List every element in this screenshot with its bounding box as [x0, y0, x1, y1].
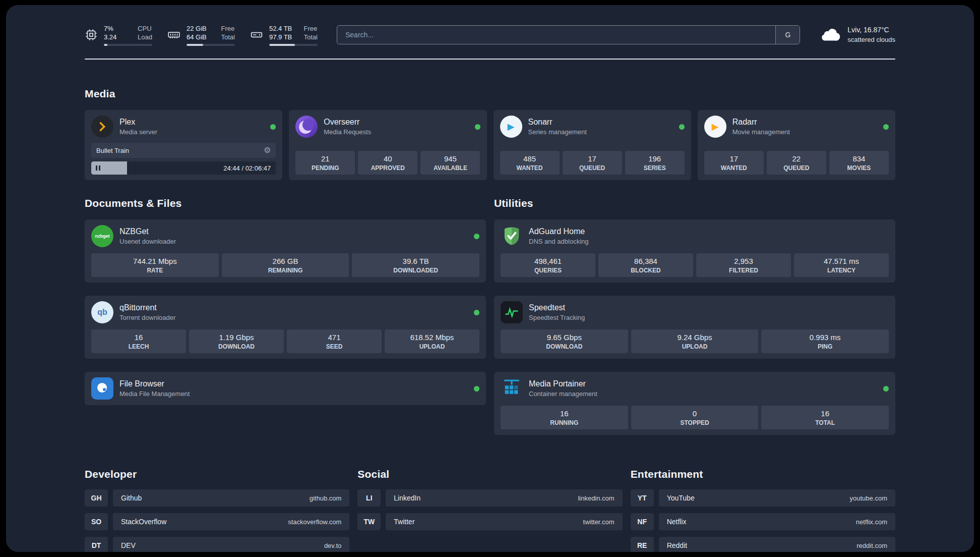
app-name: qBittorrent — [119, 303, 175, 312]
header-divider — [85, 59, 895, 60]
app-subtitle: Speedtest Tracking — [529, 314, 585, 321]
cpu-progress-bar — [104, 44, 152, 46]
disk-icon — [250, 28, 263, 41]
utilities-section: Utilities — [494, 197, 895, 435]
ram-total-value: 64 GiB — [187, 33, 207, 41]
bookmark-linkedin[interactable]: LI LinkedIn linkedin.com — [357, 489, 622, 507]
bookmark-name: Twitter — [394, 518, 414, 526]
ram-label-2: Total — [221, 33, 235, 41]
search-engine-button[interactable]: G — [775, 26, 800, 44]
stat-wanted: 485 WANTED — [500, 151, 560, 175]
disk-label-2: Total — [304, 33, 318, 41]
stat-running: 16 RUNNING — [501, 406, 628, 429]
stat-total: 16 TOTAL — [761, 406, 889, 429]
plex-card[interactable]: Plex Media server Bullet Train ⚙ 24:44 — [85, 110, 282, 180]
status-dot — [474, 310, 479, 315]
bookmark-url: dev.to — [324, 542, 341, 549]
bookmark-dev[interactable]: DT DEV dev.to — [85, 537, 349, 552]
ram-metric: 22 GiB 64 GiB Free Total — [167, 24, 235, 46]
documents-section: Documents & Files nzbget NZBGet Usenet d… — [85, 197, 486, 405]
app-name: Plex — [119, 118, 157, 127]
developer-section-title: Developer — [85, 468, 349, 480]
stat-leech: 16 LEECH — [91, 329, 186, 353]
portainer-card[interactable]: Media Portainer Container management 16 … — [494, 372, 895, 435]
app-subtitle: Media Requests — [324, 128, 371, 136]
app-subtitle: Movie management — [732, 128, 790, 136]
app-subtitle: Series management — [528, 128, 587, 136]
stat-latency: 47.571 ms LATENCY — [794, 253, 889, 277]
pause-icon[interactable] — [96, 165, 100, 171]
bookmark-url: reddit.com — [856, 542, 887, 549]
bookmark-name: StackOverflow — [121, 518, 166, 526]
stat-queries: 498,461 QUERIES — [501, 253, 595, 277]
utilities-section-title: Utilities — [494, 197, 895, 209]
playback-progress-fill — [91, 161, 127, 175]
adguard-card[interactable]: AdGuard Home DNS and adblocking 498,461 … — [494, 219, 895, 283]
app-name: Radarr — [732, 118, 790, 127]
stat-downloaded: 39.6 TB DOWNLOADED — [352, 253, 479, 277]
filebrowser-card[interactable]: File Browser Media File Management — [85, 372, 486, 405]
media-section: Media Plex Media server — [85, 88, 895, 180]
app-name: AdGuard Home — [529, 227, 589, 236]
ram-icon — [167, 28, 180, 41]
playback-progress-bar[interactable]: 24:44 / 02:06:47 — [91, 161, 276, 175]
weather-widget: Lviv, 16.87°C scattered clouds — [819, 25, 895, 44]
settings-gear-icon[interactable]: ⚙ — [264, 146, 271, 154]
app-name: Overseerr — [324, 118, 371, 127]
now-playing-bar: Bullet Train ⚙ — [91, 143, 276, 158]
bookmark-url: twitter.com — [583, 518, 615, 526]
bookmark-stackoverflow[interactable]: SO StackOverflow stackoverflow.com — [85, 513, 349, 530]
radarr-card[interactable]: ▶ Radarr Movie management 17 WANTED — [698, 110, 895, 180]
app-subtitle: Media File Management — [119, 390, 190, 398]
bookmark-abbr: TW — [357, 513, 381, 530]
bookmark-abbr: LI — [357, 489, 381, 507]
bookmark-abbr: YT — [631, 489, 654, 507]
weather-condition: scattered clouds — [847, 35, 895, 44]
stat-filtered: 2,953 FILTERED — [696, 253, 791, 277]
bookmark-reddit[interactable]: RE Reddit reddit.com — [631, 537, 895, 552]
bookmark-abbr: SO — [85, 513, 108, 530]
now-playing-title: Bullet Train — [96, 147, 129, 154]
stat-upload: 618.52 Mbps UPLOAD — [385, 329, 479, 353]
stat-stopped: 0 STOPPED — [631, 406, 759, 429]
bookmark-group-social: Social LI LinkedIn linkedin.com TW Twitt… — [357, 468, 622, 552]
app-name: Speedtest — [529, 303, 585, 312]
stat-queued: 22 QUEUED — [767, 151, 826, 175]
top-bar: 7% 3.24 CPU Load — [85, 23, 895, 46]
app-subtitle: DNS and adblocking — [529, 238, 589, 245]
overseerr-card[interactable]: Overseerr Media Requests 21 PENDING 40 A… — [289, 110, 486, 180]
nzbget-card[interactable]: nzbget NZBGet Usenet downloader 744.21 M… — [85, 219, 486, 283]
ram-free-value: 22 GiB — [187, 24, 207, 33]
entertainment-section-title: Entertainment — [631, 468, 895, 480]
stat-download: 1.19 Gbps DOWNLOAD — [189, 329, 284, 353]
bookmark-netflix[interactable]: NF Netflix netflix.com — [631, 513, 895, 530]
media-section-title: Media — [85, 88, 895, 100]
overseerr-icon — [295, 116, 318, 138]
bookmark-twitter[interactable]: TW Twitter twitter.com — [357, 513, 622, 530]
ram-progress-bar — [187, 44, 235, 46]
stat-available: 945 AVAILABLE — [420, 151, 480, 175]
disk-progress-fill — [269, 44, 295, 46]
bookmark-abbr: NF — [631, 513, 654, 530]
status-dot — [474, 386, 479, 392]
search-bar: G — [337, 25, 800, 44]
stat-queued: 17 QUEUED — [563, 151, 622, 175]
speedtest-card[interactable]: Speedtest Speedtest Tracking 9.65 Gbps D… — [494, 296, 895, 359]
weather-location: Lviv, 16.87°C — [847, 25, 895, 35]
dashboard-page: 7% 3.24 CPU Load — [6, 5, 974, 552]
search-input[interactable] — [337, 26, 775, 44]
plex-icon — [91, 116, 113, 138]
filebrowser-icon — [91, 377, 113, 400]
bookmark-youtube[interactable]: YT YouTube youtube.com — [631, 489, 895, 507]
app-subtitle: Usenet downloader — [119, 238, 176, 245]
stat-upload: 9.24 Gbps UPLOAD — [631, 329, 759, 353]
status-dot — [883, 386, 889, 392]
sonarr-card[interactable]: ▶ Sonarr Series management 485 WANTED — [494, 110, 691, 180]
cpu-load-value: 3.24 — [104, 33, 116, 41]
cpu-metric: 7% 3.24 CPU Load — [85, 24, 152, 46]
speedtest-icon — [501, 301, 523, 323]
qbittorrent-card[interactable]: qb qBittorrent Torrent downloader 16 LEE… — [85, 296, 486, 359]
ram-label-1: Free — [221, 24, 235, 33]
cpu-label-2: Load — [138, 33, 152, 41]
bookmark-github[interactable]: GH Github github.com — [85, 489, 349, 507]
